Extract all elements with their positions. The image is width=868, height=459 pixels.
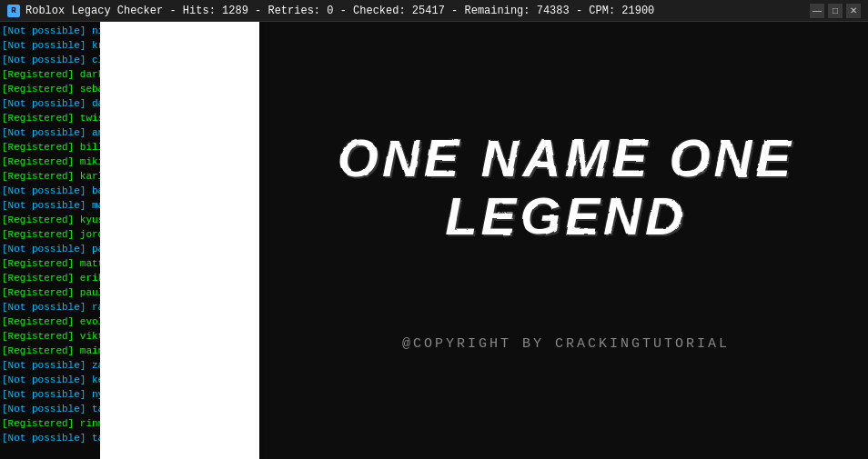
titlebar-controls[interactable]: — □ ✕	[810, 4, 861, 18]
maximize-button[interactable]: □	[828, 4, 843, 18]
main-content: [Not possible] niklas.wagner22:Nikita12[…	[0, 22, 868, 459]
titlebar-title: Roblox Legacy Checker - Hits: 1289 - Ret…	[25, 5, 654, 17]
legend-title: ONE NAME ONE LEGEND	[282, 129, 850, 245]
copyright-text: @COPYRIGHT BY CRACKINGTUTORIAL	[402, 336, 730, 352]
right-panel: ONE NAME ONE LEGEND @COPYRIGHT BY CRACKI…	[264, 22, 868, 459]
titlebar-left: R Roblox Legacy Checker - Hits: 1289 - R…	[7, 5, 654, 17]
close-button[interactable]: ✕	[846, 4, 861, 18]
white-overlay	[100, 22, 259, 459]
titlebar: R Roblox Legacy Checker - Hits: 1289 - R…	[0, 0, 868, 22]
minimize-button[interactable]: —	[810, 4, 824, 18]
app-icon: R	[7, 5, 20, 17]
log-panel: [Not possible] niklas.wagner22:Nikita12[…	[0, 22, 264, 459]
